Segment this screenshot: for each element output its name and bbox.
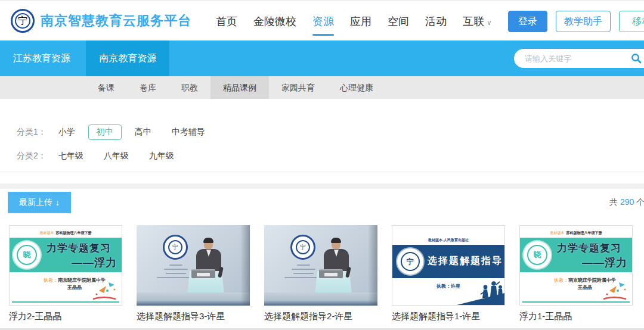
filter-grade-8[interactable]: 八年级 — [104, 151, 129, 161]
nav-item-jinling-school[interactable]: 金陵微校 — [253, 11, 296, 32]
nav-item-interconnect[interactable]: 互联∨ — [463, 11, 492, 32]
slide-title-line2: ——浮力 — [582, 256, 627, 270]
video-thumbnail[interactable]: 教材版本苏科版物理八年级下册 力学专题复习 ——浮力 晓 执教：南京晓庄学院附属… — [519, 225, 633, 306]
filter-exam-coaching[interactable]: 中考辅导 — [172, 127, 205, 138]
presenter-hair — [331, 238, 341, 243]
school-logo-icon: 晓 — [13, 241, 41, 269]
resource-subnav: 江苏教育资源 南京教育资源 — [0, 41, 644, 76]
platform-logo-icon: 宁 — [11, 9, 35, 33]
page: 宁 南京智慧教育云服务平台 首页 金陵微校 资源 应用 空间 活动 互联∨ 登录… — [0, 0, 644, 330]
studio-logo-icon: 宁 — [290, 235, 315, 260]
video-card[interactable]: 宁 选择题解题指导3-许星 — [137, 225, 250, 322]
main-nav: 首页 金陵微校 资源 应用 空间 活动 互联∨ — [216, 1, 492, 42]
tab-nanjing-resources[interactable]: 南京教育资源 — [86, 41, 169, 76]
sort-latest-button[interactable]: 最新上传 ↓ — [8, 192, 71, 213]
studio-logo-glyph: 宁 — [296, 240, 310, 254]
studio-curtain — [240, 225, 250, 306]
video-card[interactable]: 教材版本·人民教育出版社 选择题解题指导 宁 执教：许星 选择题解题指导1 — [392, 225, 505, 322]
school-logo-icon: 宁 — [397, 248, 423, 275]
video-card[interactable]: 宁 选择题解题指导2-许星 — [264, 225, 377, 322]
slide-edition-text: 苏科版物理八年级下册 — [566, 231, 602, 235]
studio-floor — [264, 292, 377, 306]
video-title[interactable]: 选择题解题指导2-许星 — [264, 311, 377, 322]
nav-item-apps[interactable]: 应用 — [350, 11, 371, 32]
nav-item-home[interactable]: 首页 — [216, 11, 237, 32]
brand-title: 南京智慧教育云服务平台 — [41, 12, 191, 30]
nav-item-activities[interactable]: 活动 — [425, 11, 447, 32]
teacher-label: 执教： — [44, 278, 58, 283]
paper-plane-illustration-icon — [599, 279, 630, 301]
nav-item-space[interactable]: 空间 — [388, 11, 409, 32]
cat-item-premium-lessons[interactable]: 精品课例 — [210, 76, 269, 99]
sort-latest-label: 最新上传 — [19, 197, 52, 208]
video-card[interactable]: 教材版本苏科版物理八年级下册 力学专题复习 ——浮力 晓 执教：南京晓庄学院附属… — [519, 225, 633, 322]
cat-item-paper-bank[interactable]: 卷库 — [127, 76, 169, 99]
platform-logo-emblem: 宁 — [15, 13, 30, 29]
presenter-hair — [203, 238, 213, 243]
mobile-button[interactable]: 移动端 — [619, 11, 644, 32]
video-thumbnail[interactable]: 教材版本·人民教育出版社 选择题解题指导 宁 执教：许星 — [392, 225, 505, 306]
nav-item-resources[interactable]: 资源 — [312, 11, 334, 32]
count-suffix: 个视频 — [636, 197, 644, 207]
teacher-label: 执教： — [554, 278, 568, 283]
slide-title-line1: 力学专题复习 — [557, 241, 621, 255]
tab-jiangsu-resources[interactable]: 江苏教育资源 — [0, 41, 83, 76]
divider — [0, 172, 644, 172]
nav-item-interconnect-label: 互联 — [463, 15, 484, 27]
paper-plane-illustration-icon — [88, 279, 119, 301]
laptop-icon — [319, 269, 343, 278]
header-buttons: 登录 教学助手 移动端 — [508, 11, 644, 32]
filter-grade-9[interactable]: 九年级 — [149, 151, 174, 161]
video-card[interactable]: 教材版本苏科版物理八年级下册 力学专题复习 ——浮力 晓 执教：南京晓庄学院附属… — [9, 225, 122, 322]
video-thumbnail[interactable]: 宁 — [264, 225, 377, 306]
slide-edition-line: 教材版本苏科版物理八年级下册 — [10, 231, 122, 236]
filter-row-2: 分类2： 七年级 八年级 九年级 — [17, 147, 194, 165]
brand[interactable]: 宁 南京智慧教育云服务平台 — [11, 9, 191, 33]
slide-title-line2: ——浮力 — [72, 256, 117, 270]
slide-edition-text: 苏科版物理八年级下册 — [56, 231, 92, 235]
slide-title: 选择题解题指导 — [426, 255, 504, 267]
school-logo-glyph: 晓 — [17, 245, 37, 265]
search-input[interactable] — [525, 49, 623, 68]
slide-bottom-rule — [12, 301, 119, 303]
section-separator — [0, 183, 644, 189]
filter-grade-7[interactable]: 七年级 — [58, 151, 83, 161]
filter-row-2-label: 分类2： — [17, 151, 47, 161]
slide-bottom-rule — [522, 301, 630, 303]
arrow-down-icon: ↓ — [55, 198, 60, 207]
video-title[interactable]: 选择题解题指导3-许星 — [137, 311, 250, 322]
video-card-list: 教材版本苏科版物理八年级下册 力学专题复习 ——浮力 晓 执教：南京晓庄学院附属… — [9, 225, 633, 322]
chevron-down-icon: ∨ — [487, 18, 492, 27]
teaching-assistant-button[interactable]: 教学助手 — [556, 11, 611, 32]
count-prefix: 共 — [609, 197, 618, 207]
studio-logo-icon: 宁 — [163, 235, 188, 260]
cat-item-home-school[interactable]: 家园共育 — [269, 76, 327, 99]
slide-edition-line: 教材版本·人民教育出版社 — [392, 238, 504, 243]
filter-junior-high[interactable]: 初中 — [88, 124, 122, 140]
slide-title-line1: 力学专题复习 — [47, 241, 111, 255]
filter-row-1: 分类1： 小学 初中 高中 中考辅导 — [17, 123, 225, 141]
school-logo-glyph: 晓 — [527, 245, 547, 265]
slide-edition-tag: 教材版本 — [550, 231, 565, 235]
result-count: 共290个视频 — [609, 197, 644, 208]
slide-edition-tag: 教材版本 — [40, 231, 54, 235]
filter-senior-high[interactable]: 高中 — [135, 127, 151, 138]
video-title[interactable]: 浮力2-王晶晶 — [9, 311, 122, 322]
cat-item-vocational[interactable]: 职教 — [169, 76, 210, 99]
video-thumbnail[interactable]: 宁 — [137, 225, 250, 306]
header: 宁 南京智慧教育云服务平台 首页 金陵微校 资源 应用 空间 活动 互联∨ 登录… — [0, 0, 644, 41]
search-box — [514, 49, 644, 68]
video-title[interactable]: 浮力1-王晶晶 — [519, 311, 633, 322]
login-button[interactable]: 登录 — [508, 11, 547, 32]
studio-floor — [137, 292, 250, 306]
video-thumbnail[interactable]: 教材版本苏科版物理八年级下册 力学专题复习 ——浮力 晓 执教：南京晓庄学院附属… — [9, 225, 122, 306]
search-icon[interactable] — [631, 53, 642, 64]
video-title[interactable]: 选择题解题指导1-许星 — [392, 311, 505, 322]
studio-curtain — [368, 225, 377, 306]
count-number: 290 — [618, 197, 636, 207]
slide-edition-line: 教材版本苏科版物理八年级下册 — [520, 231, 632, 236]
filter-primary[interactable]: 小学 — [58, 127, 75, 138]
cat-item-mental-health[interactable]: 心理健康 — [327, 76, 386, 99]
school-logo-icon: 晓 — [524, 241, 551, 269]
cat-item-lesson-prep[interactable]: 备课 — [85, 76, 127, 99]
